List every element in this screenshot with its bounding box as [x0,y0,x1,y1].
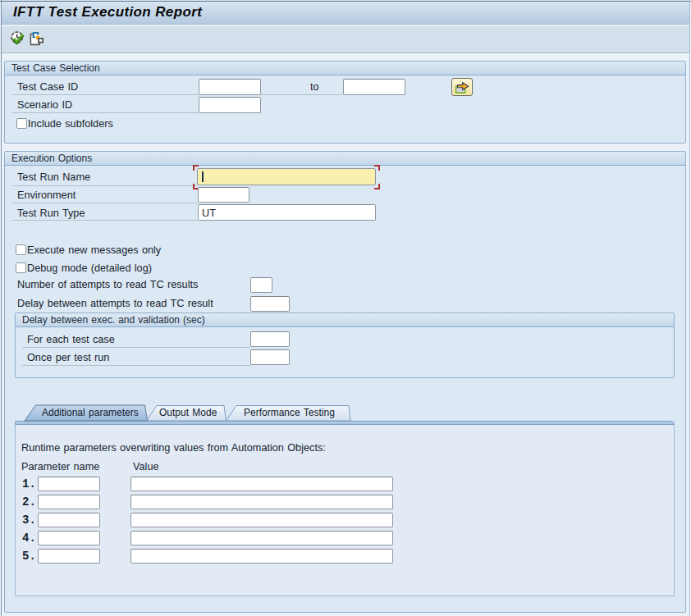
svg-text:Performance Testing: Performance Testing [244,407,335,418]
svg-text:Output Mode: Output Mode [159,407,217,418]
svg-text:Additional parameters: Additional parameters [42,407,139,418]
